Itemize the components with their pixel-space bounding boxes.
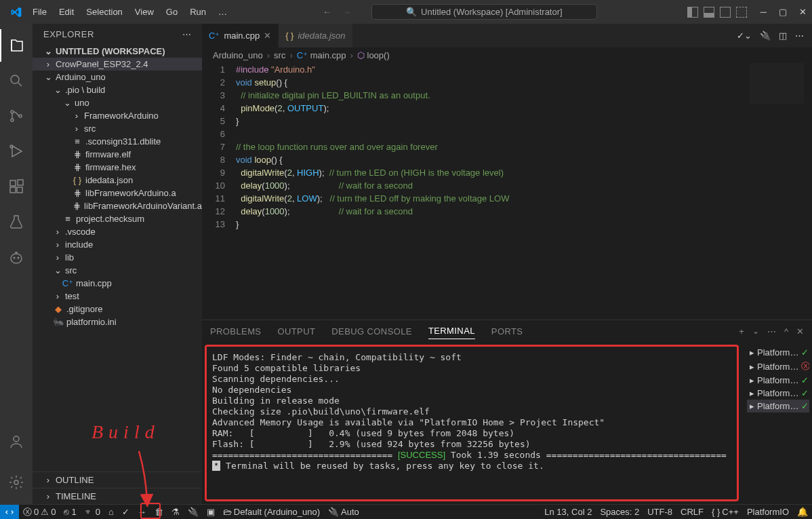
menu-edit[interactable]: Edit bbox=[54, 4, 79, 20]
maximize-panel-icon[interactable]: ^ bbox=[784, 326, 788, 337]
workspace-root[interactable]: ⌄ UNTITLED (WORKSPACE) bbox=[33, 45, 202, 58]
remote-button[interactable] bbox=[0, 505, 19, 519]
folder-uno[interactable]: ⌄uno bbox=[33, 96, 202, 109]
scm-activity-icon[interactable] bbox=[0, 100, 33, 132]
folder-arduino-uno[interactable]: ⌄Arduino_uno bbox=[33, 71, 202, 83]
layout-right-icon[interactable] bbox=[720, 7, 731, 18]
folder-src[interactable]: ⌄src bbox=[33, 264, 202, 277]
errors-status[interactable]: ⓧ0 ⚠0 bbox=[19, 505, 60, 519]
ports-status[interactable]: ⎋1 bbox=[60, 505, 80, 519]
indentation-status[interactable]: Spaces: 2 bbox=[596, 505, 643, 519]
panel-tab-debug-console[interactable]: DEBUG CONSOLE bbox=[331, 324, 412, 339]
close-panel-icon[interactable]: ✕ bbox=[796, 326, 804, 337]
timeline-section[interactable]: › TIMELINE bbox=[33, 488, 202, 504]
platformio-status[interactable]: PlatformIO bbox=[743, 505, 793, 519]
eol-status[interactable]: CRLF bbox=[676, 505, 708, 519]
minimap[interactable] bbox=[750, 63, 804, 104]
cursor-position[interactable]: Ln 13, Col 2 bbox=[540, 505, 596, 519]
folder-test[interactable]: ›test bbox=[33, 290, 202, 303]
panel-tab-ports[interactable]: PORTS bbox=[491, 324, 523, 339]
menu-…[interactable]: … bbox=[213, 4, 232, 20]
file--sconsign311-dblite[interactable]: ≡.sconsign311.dblite bbox=[33, 135, 202, 148]
layout-custom-icon[interactable] bbox=[736, 7, 747, 18]
file-main-cpp[interactable]: C⁺main.cpp bbox=[33, 277, 202, 290]
terminal-list-item[interactable]: ▸Platform…✓ bbox=[747, 346, 809, 359]
more-icon[interactable]: ⋯ bbox=[795, 31, 804, 41]
folder-src[interactable]: ›src bbox=[33, 122, 202, 135]
pio-monitor-button[interactable]: 🔌 bbox=[184, 505, 203, 519]
settings-activity-icon[interactable] bbox=[0, 466, 33, 499]
layout-bottom-icon[interactable] bbox=[704, 7, 714, 18]
breadcrumb-item[interactable]: ⬡ loop() bbox=[357, 50, 390, 60]
code-content[interactable]: #include "Arduino.h" void setup() { // i… bbox=[236, 63, 812, 320]
nav-back-icon[interactable]: ← bbox=[323, 7, 331, 17]
pio-terminal-button[interactable]: ▣ bbox=[203, 505, 219, 519]
terminal-output[interactable]: LDF Modes: Finder ~ chain, Compatibility… bbox=[205, 345, 739, 501]
radio-status[interactable]: ᯤ0 bbox=[81, 505, 104, 519]
panel-tab-problems[interactable]: PROBLEMS bbox=[210, 324, 261, 339]
pio-clean-button[interactable]: 🗑 bbox=[150, 505, 167, 519]
pio-test-button[interactable]: ⚗ bbox=[167, 505, 184, 519]
menu-run[interactable]: Run bbox=[184, 4, 211, 20]
file-project-checksum[interactable]: ≡project.checksum bbox=[33, 212, 202, 225]
terminal-list-item[interactable]: ▸Platform…ⓧ bbox=[747, 359, 809, 374]
minimize-icon[interactable]: ─ bbox=[760, 7, 767, 17]
diff-icon[interactable]: ✓⌄ bbox=[737, 31, 752, 41]
folder--pio---build[interactable]: ⌄.pio \ build bbox=[33, 83, 202, 96]
test-activity-icon[interactable] bbox=[0, 206, 33, 238]
outline-section[interactable]: › OUTLINE bbox=[33, 472, 202, 488]
terminal-list-item[interactable]: ▸Platform…✓ bbox=[747, 387, 809, 400]
explorer-activity-icon[interactable] bbox=[0, 29, 33, 62]
file-idedata-json[interactable]: { }idedata.json bbox=[33, 174, 202, 187]
folder-crowpanel-esp32-2-4[interactable]: ›CrowPanel_ESP32_2.4 bbox=[33, 58, 202, 71]
pio-port-button[interactable]: 🔌Auto bbox=[324, 505, 363, 519]
maximize-icon[interactable]: ▢ bbox=[779, 7, 787, 17]
folder-frameworkarduino[interactable]: ›FrameworkArduino bbox=[33, 109, 202, 122]
language-status[interactable]: { } C++ bbox=[708, 505, 743, 519]
terminal-list-item[interactable]: ▸Platform…✓ bbox=[747, 374, 809, 387]
file--gitignore[interactable]: ◆.gitignore bbox=[33, 303, 202, 315]
breadcrumb[interactable]: Arduino_uno›src›C⁺ main.cpp›⬡ loop() bbox=[202, 47, 812, 63]
folder--vscode[interactable]: ›.vscode bbox=[33, 225, 202, 238]
breadcrumb-item[interactable]: C⁺ main.cpp bbox=[297, 50, 346, 60]
plug-icon[interactable]: 🔌 bbox=[760, 31, 771, 41]
split-terminal-icon[interactable]: ⌄ bbox=[752, 326, 759, 336]
tab-main-cpp[interactable]: C⁺main.cpp✕ bbox=[202, 24, 279, 47]
breadcrumb-item[interactable]: src bbox=[274, 50, 285, 60]
panel-tab-terminal[interactable]: TERMINAL bbox=[428, 323, 475, 339]
nav-forward-icon[interactable]: → bbox=[342, 7, 351, 17]
file-libframeworkarduinovariant-a[interactable]: ⋕libFrameworkArduinoVariant.a bbox=[33, 199, 202, 212]
breadcrumb-item[interactable]: Arduino_uno bbox=[213, 50, 263, 60]
pio-home-button[interactable]: ⌂ bbox=[104, 505, 118, 519]
menu-file[interactable]: File bbox=[27, 4, 52, 20]
file-platformio-ini[interactable]: 🐜platformio.ini bbox=[33, 315, 202, 328]
menu-view[interactable]: View bbox=[129, 4, 159, 20]
account-activity-icon[interactable] bbox=[0, 425, 33, 458]
menu-selection[interactable]: Selection bbox=[81, 4, 127, 20]
file-firmware-elf[interactable]: ⋕firmware.elf bbox=[33, 148, 202, 161]
folder-lib[interactable]: ›lib bbox=[33, 251, 202, 264]
debug-activity-icon[interactable] bbox=[0, 135, 33, 168]
tab-close-icon[interactable]: ✕ bbox=[264, 31, 271, 41]
panel-tab-output[interactable]: OUTPUT bbox=[277, 324, 315, 339]
split-icon[interactable]: ◫ bbox=[779, 31, 787, 41]
menu-go[interactable]: Go bbox=[161, 4, 183, 20]
pio-env-button[interactable]: 🗁Default (Arduino_uno) bbox=[219, 505, 324, 519]
file-libframeworkarduino-a[interactable]: ⋕libFrameworkArduino.a bbox=[33, 187, 202, 199]
extensions-activity-icon[interactable] bbox=[0, 170, 33, 203]
layout-left-icon[interactable] bbox=[687, 7, 698, 18]
pio-build-button[interactable]: ✓ bbox=[118, 505, 134, 519]
code-editor[interactable]: 12345678910111213 #include "Arduino.h" v… bbox=[202, 63, 812, 320]
explorer-more-icon[interactable]: ⋯ bbox=[182, 29, 192, 39]
tab-idedata-json[interactable]: { }idedata.json bbox=[279, 24, 352, 47]
file-firmware-hex[interactable]: ⋕firmware.hex bbox=[33, 161, 202, 174]
platformio-activity-icon[interactable] bbox=[0, 241, 33, 273]
close-window-icon[interactable]: ✕ bbox=[799, 7, 807, 17]
folder-include[interactable]: ›include bbox=[33, 238, 202, 251]
panel-more-icon[interactable]: ⋯ bbox=[767, 326, 776, 337]
new-terminal-icon[interactable]: + bbox=[739, 326, 744, 337]
encoding-status[interactable]: UTF-8 bbox=[643, 505, 676, 519]
pio-upload-button[interactable]: → bbox=[134, 505, 150, 519]
search-activity-icon[interactable] bbox=[0, 64, 33, 97]
command-center[interactable]: 🔍 Untitled (Workspace) [Administrator] bbox=[371, 4, 597, 20]
